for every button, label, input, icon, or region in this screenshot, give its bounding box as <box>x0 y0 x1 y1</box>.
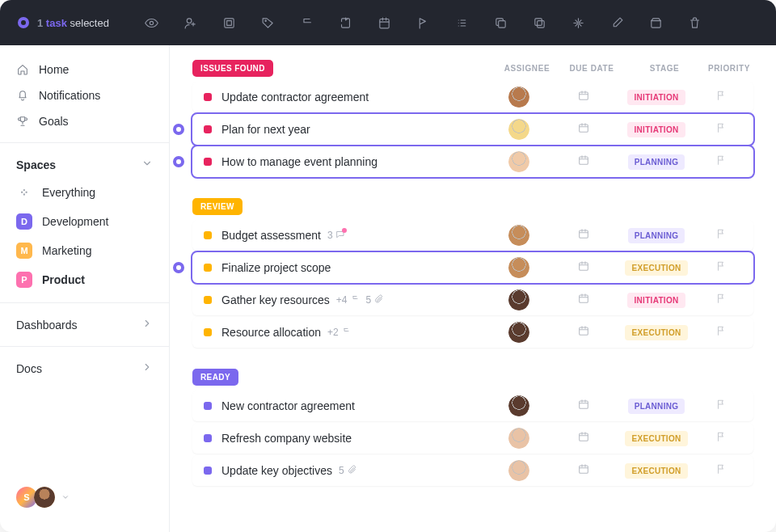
nav-notifications[interactable]: Notifications <box>0 82 169 108</box>
space-marketing[interactable]: M Marketing <box>0 236 169 265</box>
due-date-cell[interactable] <box>551 462 616 479</box>
task-status-square[interactable] <box>204 296 212 304</box>
task-row[interactable]: Budget assessment3 PLANNING <box>192 220 753 251</box>
task-title[interactable]: Refresh company website <box>221 432 487 445</box>
group-status-pill[interactable]: REVIEW <box>192 198 242 215</box>
task-row[interactable]: Update contractor agreement INITIATION <box>192 82 753 112</box>
task-title[interactable]: Gather key resources+45 <box>221 293 487 306</box>
nav-dashboards[interactable]: Dashboards <box>0 311 169 338</box>
col-assignee[interactable]: ASSIGNEE <box>495 64 559 73</box>
task-row[interactable]: How to manage event planning PLANNING <box>192 146 753 177</box>
task-title[interactable]: Finalize project scope <box>221 261 487 274</box>
col-stage[interactable]: STAGE <box>624 64 705 73</box>
row-selected-indicator[interactable] <box>173 156 184 167</box>
due-date-cell[interactable] <box>551 121 616 137</box>
move-icon[interactable] <box>334 11 358 35</box>
space-development[interactable]: D Development <box>0 207 169 236</box>
priority-icon[interactable] <box>411 11 436 35</box>
task-status-square[interactable] <box>204 158 212 166</box>
assignee-cell[interactable] <box>487 395 551 416</box>
task-status-square[interactable] <box>204 231 212 239</box>
stage-cell[interactable]: PLANNING <box>616 399 697 414</box>
assignee-cell[interactable] <box>487 87 551 108</box>
task-title[interactable]: How to manage event planning <box>221 155 487 168</box>
due-date-cell[interactable] <box>551 292 616 308</box>
priority-cell[interactable] <box>697 90 745 104</box>
due-date-cell[interactable] <box>551 430 616 446</box>
archive-icon[interactable] <box>644 11 668 35</box>
stage-cell[interactable]: EXECUTION <box>616 431 697 446</box>
stage-cell[interactable]: INITIATION <box>616 122 697 137</box>
assignee-cell[interactable] <box>487 257 551 278</box>
priority-cell[interactable] <box>697 463 745 478</box>
dependencies-icon[interactable] <box>567 11 591 35</box>
task-title[interactable]: Resource allocation+2 <box>221 326 487 339</box>
row-selected-indicator[interactable] <box>173 262 184 273</box>
task-row[interactable]: Refresh company website EXECUTION <box>192 423 753 454</box>
space-everything[interactable]: ⁘ Everything <box>0 178 169 207</box>
task-row[interactable]: Plan for next year INITIATION <box>192 114 753 145</box>
priority-cell[interactable] <box>697 399 745 413</box>
date-icon[interactable] <box>373 11 397 35</box>
task-row[interactable]: Update key objectives5 EXECUTION <box>192 455 753 486</box>
spaces-header[interactable]: Spaces <box>0 151 169 178</box>
due-date-cell[interactable] <box>551 154 616 170</box>
due-date-cell[interactable] <box>551 398 616 414</box>
task-title[interactable]: Plan for next year <box>221 123 487 136</box>
stage-cell[interactable]: PLANNING <box>616 228 697 243</box>
nav-docs[interactable]: Docs <box>0 355 169 382</box>
task-row[interactable]: Resource allocation+2 EXECUTION <box>192 317 753 348</box>
priority-cell[interactable] <box>697 325 745 340</box>
stage-cell[interactable]: EXECUTION <box>616 260 697 276</box>
list-icon[interactable] <box>450 11 474 35</box>
task-row[interactable]: Finalize project scope EXECUTION <box>192 252 753 283</box>
comment-count[interactable]: 3 <box>327 230 345 242</box>
assignee-cell[interactable] <box>487 460 551 481</box>
priority-cell[interactable] <box>697 293 745 307</box>
assignee-cell[interactable] <box>487 428 551 449</box>
task-status-square[interactable] <box>204 328 212 336</box>
watch-icon[interactable] <box>140 11 164 35</box>
due-date-cell[interactable] <box>551 89 616 105</box>
task-status-square[interactable] <box>204 402 212 410</box>
attachment-count[interactable]: 5 <box>366 294 384 306</box>
priority-cell[interactable] <box>697 431 745 445</box>
col-due[interactable]: DUE DATE <box>559 64 624 73</box>
task-status-square[interactable] <box>204 264 212 272</box>
space-product[interactable]: P Product <box>0 265 169 294</box>
assign-icon[interactable] <box>179 11 203 35</box>
assignee-cell[interactable] <box>487 322 551 343</box>
group-status-pill[interactable]: ISSUES FOUND <box>192 60 273 77</box>
assignee-cell[interactable] <box>487 225 551 246</box>
priority-cell[interactable] <box>697 228 745 243</box>
due-date-cell[interactable] <box>551 260 616 276</box>
status-icon[interactable] <box>217 11 242 35</box>
priority-cell[interactable] <box>697 154 745 169</box>
priority-cell[interactable] <box>697 260 745 275</box>
task-title[interactable]: New contractor agreement <box>221 399 487 412</box>
nav-goals[interactable]: Goals <box>0 108 169 134</box>
subtask-count[interactable]: +4 <box>336 294 360 306</box>
subtask-count[interactable]: +2 <box>327 327 351 339</box>
row-selected-indicator[interactable] <box>173 124 184 135</box>
assignee-cell[interactable] <box>487 151 551 172</box>
task-status-square[interactable] <box>204 93 212 101</box>
trash-icon[interactable] <box>683 11 707 35</box>
stage-cell[interactable]: INITIATION <box>616 293 697 308</box>
subtask-icon[interactable] <box>295 11 319 35</box>
task-row[interactable]: New contractor agreement PLANNING <box>192 391 753 421</box>
copy-icon[interactable] <box>489 11 513 35</box>
task-title[interactable]: Update key objectives5 <box>221 464 487 477</box>
due-date-cell[interactable] <box>551 227 616 243</box>
col-priority[interactable]: PRIORITY <box>705 64 753 73</box>
stage-cell[interactable]: PLANNING <box>616 154 697 170</box>
due-date-cell[interactable] <box>551 324 616 340</box>
task-row[interactable]: Gather key resources+45 INITIATION <box>192 285 753 315</box>
edit-icon[interactable] <box>605 11 630 35</box>
group-status-pill[interactable]: READY <box>192 369 238 386</box>
task-status-square[interactable] <box>204 467 212 475</box>
task-status-square[interactable] <box>204 434 212 442</box>
user-switcher[interactable]: S <box>0 487 169 521</box>
tag-icon[interactable] <box>256 11 280 35</box>
stage-cell[interactable]: EXECUTION <box>616 325 697 340</box>
